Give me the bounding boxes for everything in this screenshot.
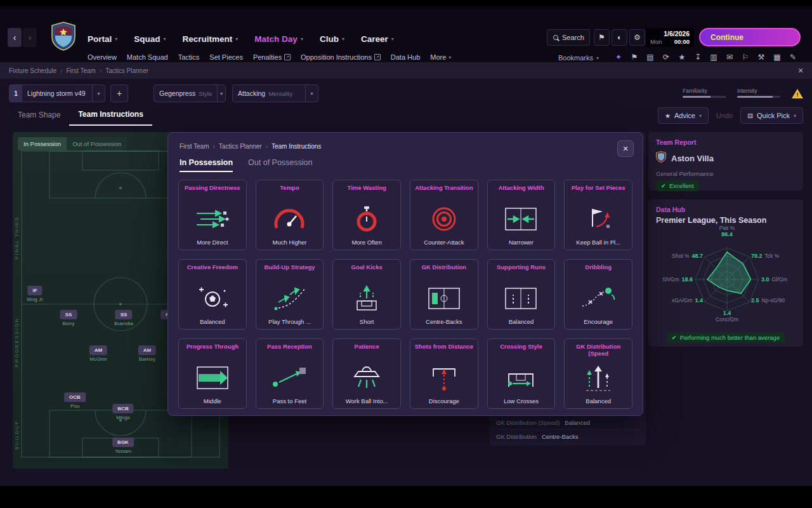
list-item[interactable]: GK Distribution (Speed)Balanced [496, 415, 639, 429]
warning-icon: ! [792, 89, 803, 99]
player-token[interactable]: AMBarkley [138, 343, 156, 362]
instruction-card-passing-directness[interactable]: Passing Directness More Direct [178, 180, 247, 250]
style-label: Style [199, 90, 212, 97]
chevron-down-icon: ▾ [449, 55, 451, 60]
history-forward-button[interactable]: › [23, 28, 37, 47]
continue-button[interactable]: Continue [699, 28, 801, 46]
instruction-card-progress-through[interactable]: Progress Through Middle [178, 338, 247, 409]
instruction-card-time-wasting[interactable]: Time Wasting More Often [332, 180, 401, 250]
transfer-icon[interactable]: ↧ [693, 53, 702, 62]
notes-icon[interactable]: ✎ [789, 53, 797, 62]
instruction-card-gk-distribution[interactable]: GK Distribution Centre-Backs [410, 259, 478, 330]
chevron-down-icon: ▾ [699, 113, 702, 119]
mentality-select[interactable]: Attacking Mentality ▾ [232, 84, 318, 102]
bookmark-icon: ⚑ [598, 33, 605, 42]
instruction-card-attacking-width[interactable]: Attacking Width Narrower [487, 180, 556, 250]
player-token[interactable]: SSBuendia [114, 307, 133, 326]
report-icon[interactable]: ▥ [709, 53, 718, 62]
breadcrumb-tactics-planner[interactable]: Tactics Planner [105, 67, 148, 74]
instruction-card-attacking-transition[interactable]: Attacking Transition Counter-Attack [410, 180, 478, 250]
subnav-opposition-instructions[interactable]: Opposition Instructions↗ [301, 53, 381, 61]
tab-team-instructions[interactable]: Team Instructions [69, 105, 152, 126]
player-token[interactable]: SSBorry [60, 307, 77, 326]
instruction-card-crossing-style[interactable]: Crossing Style Low Crosses [487, 338, 556, 409]
nav-item-club[interactable]: Club▾ [320, 34, 344, 44]
subnav-data-hub[interactable]: Data Hub [391, 53, 420, 61]
familiarity-label: Familiarity [683, 88, 726, 94]
bookmarks-menu[interactable]: Bookmarks ▾ [558, 54, 599, 62]
advice-button[interactable]: ★ Advice ▾ [658, 107, 709, 124]
close-icon[interactable]: ✕ [794, 64, 807, 77]
style-select[interactable]: Gegenpress Style ▾ [154, 84, 226, 102]
crossing-style-icon [501, 358, 540, 398]
club-link[interactable]: Aston Villa [656, 151, 796, 165]
instruction-card-shots-from-distance[interactable]: Shots from Distance Discourage [410, 338, 478, 409]
subnav-tactics[interactable]: Tactics [178, 53, 200, 61]
intensity-label: Intensity [737, 88, 780, 94]
subnav-overview[interactable]: Overview [88, 53, 117, 61]
training-icon[interactable]: ⚒ [757, 53, 766, 62]
instruction-card-patience[interactable]: Patience Work Ball Into... [332, 338, 401, 409]
instruction-card-dribbling[interactable]: Dribbling Encourage [564, 259, 632, 330]
pitch-tab-in-possession[interactable]: In Possession [18, 137, 67, 150]
player-token[interactable]: IFIlling Jr [27, 283, 43, 302]
player-token[interactable]: BCBMings [112, 401, 133, 420]
tempo-icon [270, 199, 309, 239]
squad-icon[interactable]: ▤ [646, 53, 655, 62]
card-value: Narrower [509, 239, 534, 246]
modal-tab-in-possession[interactable]: In Possession [180, 158, 233, 172]
display-mode-button[interactable]: ◐ [612, 29, 627, 46]
club-crest-icon[interactable] [51, 22, 76, 53]
instruction-card-supporting-runs[interactable]: Supporting Runs Balanced [487, 259, 556, 330]
history-back-button[interactable]: ‹ [8, 28, 22, 47]
tab-team-shape[interactable]: Team Shape [9, 106, 69, 125]
refresh-icon[interactable]: ⟳ [662, 53, 671, 62]
add-tactic-button[interactable]: + [110, 84, 128, 102]
subnav-penalties[interactable]: Penalties↗ [253, 53, 291, 61]
instruction-card-creative-freedom[interactable]: Creative Freedom Balanced [178, 259, 247, 330]
pitch-tab-out-of-possession[interactable]: Out of Possession [67, 137, 127, 150]
bookmark-button[interactable]: ⚑ [594, 29, 610, 46]
tactics-icon[interactable]: ⚐ [741, 53, 750, 62]
settings-button[interactable]: ⚙ [629, 29, 645, 46]
nav-item-career[interactable]: Career▾ [361, 34, 394, 44]
modal-crumb-first-team[interactable]: First Team [180, 143, 209, 150]
inbox-icon[interactable]: ✉ [725, 53, 734, 62]
instruction-card-play-for-set-pieces[interactable]: Play for Set Pieces Keep Ball in Pl... [564, 180, 632, 250]
player-token[interactable]: AMMcGinn [89, 343, 107, 362]
nav-item-recruitment[interactable]: Recruitment▾ [183, 34, 239, 44]
competition-icon[interactable]: ★ [678, 53, 686, 62]
undo-button[interactable]: Undo [716, 112, 733, 119]
breadcrumb-fixture-schedule[interactable]: Fixture Schedule [9, 67, 56, 74]
nav-item-portal[interactable]: Portal▾ [88, 34, 117, 44]
time-value: 00:00 [674, 38, 690, 45]
subnav-match-squad[interactable]: Match Squad [127, 53, 168, 61]
instruction-card-gk-distribution-speed[interactable]: GK Distribution (Speed Balanced [564, 338, 632, 409]
subnav-set-pieces[interactable]: Set Pieces [209, 53, 243, 61]
nav-item-match-day[interactable]: Match Day▾ [254, 34, 303, 44]
subnav-more[interactable]: More▾ [430, 53, 451, 61]
calendar-icon[interactable]: ▦ [773, 53, 782, 62]
breadcrumb-first-team[interactable]: First Team [66, 67, 96, 74]
instruction-card-tempo[interactable]: Tempo Much Higher [256, 180, 324, 250]
game-date: 1/6/2026 Mon00:00 [646, 28, 694, 47]
player-token[interactable]: BGKYessen [112, 435, 134, 454]
instruction-card-build-up-strategy[interactable]: Build-Up Strategy Play Through ... [256, 259, 324, 330]
modal-close-button[interactable]: ✕ [617, 140, 634, 157]
card-title: Creative Freedom [187, 264, 238, 278]
player-token[interactable]: OCBPou [64, 390, 86, 409]
instruction-card-pass-reception[interactable]: Pass Reception Pass to Feet [256, 338, 324, 409]
modal-tab-out-of-possession[interactable]: Out of Possession [248, 158, 312, 172]
passing-directness-icon [193, 199, 232, 239]
chevron-down-icon: ▾ [217, 85, 225, 102]
search-button[interactable]: Search [547, 29, 590, 46]
modal-crumb-tactics-planner[interactable]: Tactics Planner [219, 143, 262, 150]
list-item[interactable]: GK DistributionCentre-Backs [496, 429, 639, 443]
tactic-select[interactable]: 1 Lightning storm v49 ▾ [9, 84, 105, 102]
quick-pick-button[interactable]: ⚄ Quick Pick ▾ [740, 107, 803, 124]
instruction-card-goal-kicks[interactable]: Goal Kicks Short [332, 259, 401, 330]
social-icon[interactable]: ✦ [614, 53, 623, 62]
stat-xga-gm: xGA/Gm1.4 [672, 297, 703, 304]
club-icon[interactable]: ⚑ [630, 53, 639, 62]
nav-item-squad[interactable]: Squad▾ [134, 34, 166, 44]
